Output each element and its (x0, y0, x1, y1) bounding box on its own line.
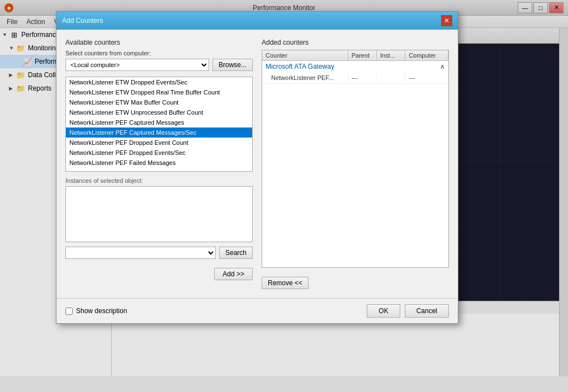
added-counters-box: Counter Parent Inst... Computer Microsof… (262, 50, 449, 268)
group-name-0: Microsoft ATA Gateway (266, 63, 334, 70)
show-description-row: Show description (65, 307, 127, 315)
add-counters-dialog: Add Counters ✕ Available counters Select… (56, 11, 458, 324)
counter-item-1[interactable]: NetworkListener ETW Dropped Real Time Bu… (66, 87, 252, 97)
cell-counter-0-0: NetworkListener PEF... (262, 73, 348, 82)
computer-select[interactable]: <Local computer> (65, 59, 209, 71)
group-chevron-0: ∧ (440, 63, 445, 70)
cancel-button[interactable]: Cancel (405, 304, 449, 318)
header-parent: Parent (348, 50, 377, 60)
remove-button[interactable]: Remove << (262, 277, 309, 289)
add-button[interactable]: Add >> (214, 268, 253, 280)
search-button[interactable]: Search (219, 247, 253, 259)
added-group-0: Microsoft ATA Gateway ∧ NetworkListener … (262, 61, 448, 84)
counter-item-8[interactable]: NetworkListener PEF Failed Messages (66, 158, 252, 168)
counters-list[interactable]: NetworkListener ETW Dropped Events/Sec N… (65, 77, 253, 172)
counter-item-2[interactable]: NetworkListener ETW Max Buffer Count (66, 97, 252, 107)
footer-buttons: OK Cancel (367, 304, 449, 318)
added-group-label-0[interactable]: Microsoft ATA Gateway ∧ (262, 61, 448, 72)
instances-box (65, 186, 253, 242)
dialog-left-panel: Available counters Select counters from … (65, 39, 253, 289)
available-counters-label: Available counters (65, 39, 253, 46)
dialog-title-bar: Add Counters ✕ (56, 12, 458, 30)
instances-filter-select[interactable] (65, 247, 216, 259)
added-item-0-0: NetworkListener PEF... --- --- (262, 72, 448, 83)
computer-row: <Local computer> Browse... (65, 59, 253, 71)
dialog-overlay: Add Counters ✕ Available counters Select… (0, 0, 568, 392)
show-description-label: Show description (76, 307, 127, 315)
counter-item-6[interactable]: NetworkListener PEF Dropped Event Count (66, 138, 252, 148)
added-table-header: Counter Parent Inst... Computer (262, 50, 448, 61)
counter-item-4[interactable]: NetworkListener PEF Captured Messages (66, 117, 252, 127)
show-description-checkbox[interactable] (65, 308, 73, 315)
instances-row: Search (65, 247, 253, 259)
browse-button[interactable]: Browse... (212, 59, 253, 71)
ok-button[interactable]: OK (367, 304, 400, 318)
counter-item-3[interactable]: NetworkListener ETW Unprocessed Buffer C… (66, 107, 252, 117)
header-computer: Computer (405, 50, 448, 60)
cell-parent-0-0: --- (348, 73, 377, 82)
dialog-close-button[interactable]: ✕ (441, 15, 452, 26)
cell-computer-0-0: --- (405, 73, 448, 82)
dialog-body: Available counters Select counters from … (56, 30, 458, 298)
cell-inst-0-0 (377, 73, 405, 82)
counter-item-0[interactable]: NetworkListener ETW Dropped Events/Sec (66, 77, 252, 87)
instances-label: Instances of selected object: (65, 177, 253, 184)
header-inst: Inst... (377, 50, 405, 60)
dialog-right-panel: Added counters Counter Parent Inst... Co… (262, 39, 449, 289)
dialog-footer: Show description OK Cancel (56, 298, 458, 323)
added-counters-label: Added counters (262, 39, 449, 46)
counter-item-5[interactable]: NetworkListener PEF Captured Messages/Se… (66, 127, 252, 138)
header-counter: Counter (262, 50, 348, 60)
dialog-title-text: Add Counters (62, 17, 103, 25)
select-computer-label: Select counters from computer: (65, 50, 253, 56)
counter-item-7[interactable]: NetworkListener PEF Dropped Events/Sec (66, 148, 252, 158)
